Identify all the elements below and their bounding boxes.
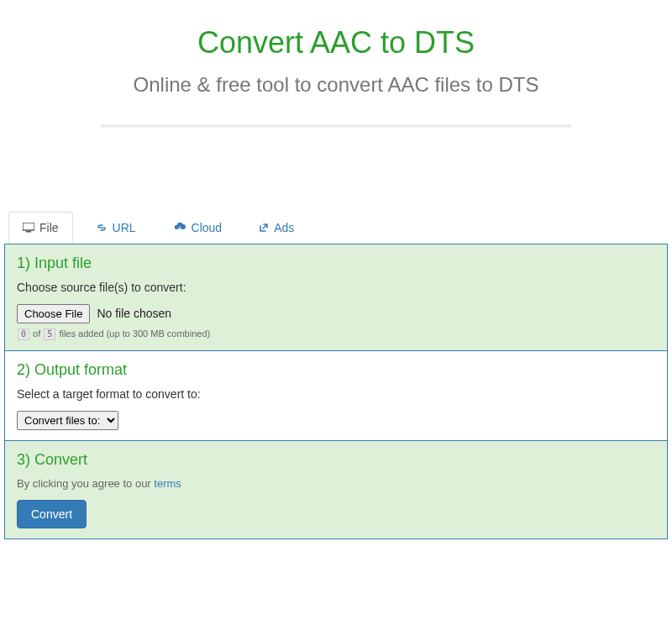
output-format-select[interactable]: Convert files to: — [17, 411, 118, 430]
header: Convert AAC to DTS Online & free tool to… — [0, 0, 672, 161]
tab-url-label: URL — [113, 221, 136, 234]
tab-url[interactable]: URL — [81, 212, 150, 243]
tab-ads-label: Ads — [274, 221, 294, 234]
convert-button[interactable]: Convert — [17, 500, 87, 528]
tab-file-label: File — [39, 221, 59, 234]
file-status: No file chosen — [97, 307, 171, 320]
tab-ads[interactable]: Ads — [244, 212, 308, 243]
terms-link[interactable]: terms — [154, 477, 181, 490]
divider — [101, 124, 571, 128]
page-title: Convert AAC to DTS — [50, 25, 622, 60]
files-count-current: 0 — [18, 328, 29, 340]
cloud-download-icon — [173, 223, 186, 233]
page-subtitle: Online & free tool to convert AAC files … — [50, 71, 622, 99]
input-desc: Choose source file(s) to convert: — [17, 281, 655, 294]
output-title: 2) Output format — [17, 361, 655, 379]
files-count-max: 5 — [44, 328, 55, 340]
convert-title: 3) Convert — [17, 451, 655, 469]
terms-text: By clicking you agree to our terms — [17, 477, 655, 490]
svg-rect-1 — [26, 231, 31, 233]
monitor-icon — [23, 223, 34, 233]
files-added-info: 0 of 5 files added (up to 300 MB combine… — [17, 328, 655, 340]
output-section: 2) Output format Select a target format … — [5, 350, 667, 440]
output-desc: Select a target format to convert to: — [17, 387, 655, 401]
tabs: File URL Cloud Ads — [0, 212, 672, 244]
tab-cloud[interactable]: Cloud — [159, 212, 237, 243]
input-section: 1) Input file Choose source file(s) to c… — [5, 244, 667, 350]
input-title: 1) Input file — [17, 255, 655, 272]
convert-section: 3) Convert By clicking you agree to our … — [5, 440, 667, 539]
choose-file-button[interactable]: Choose File — [17, 304, 90, 323]
link-icon — [96, 223, 108, 233]
tab-cloud-label: Cloud — [192, 221, 223, 234]
tab-file[interactable]: File — [8, 212, 73, 243]
external-link-icon — [259, 223, 269, 233]
svg-rect-0 — [23, 223, 34, 230]
steps-panel: 1) Input file Choose source file(s) to c… — [4, 244, 668, 539]
file-picker-row: Choose File No file chosen — [17, 304, 655, 323]
